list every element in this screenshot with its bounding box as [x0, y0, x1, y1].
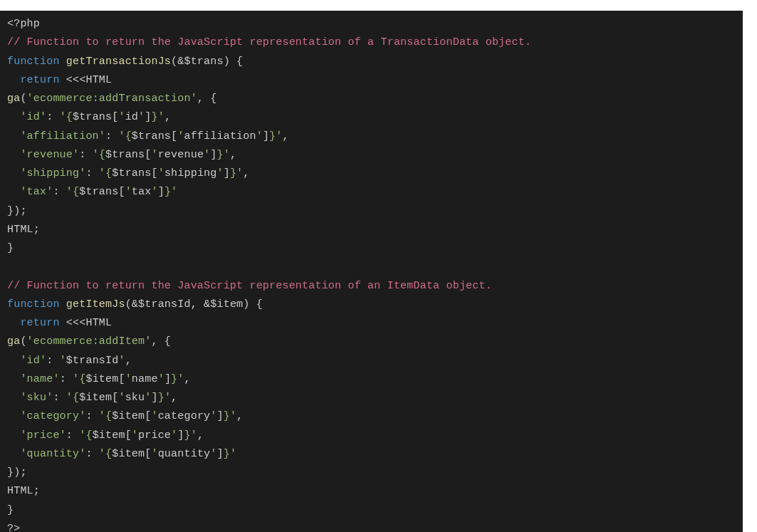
code-line: 'id': '$transId',	[7, 355, 132, 367]
code-token: '	[20, 186, 26, 198]
code-token: $trans[	[105, 149, 151, 161]
code-token: '	[99, 410, 105, 422]
code-token: '	[20, 130, 26, 142]
code-token: });	[7, 205, 27, 217]
code-token: $item[	[112, 410, 151, 422]
code-line: 'sku': '{$item['sku']}',	[7, 392, 177, 404]
code-token	[7, 167, 20, 179]
code-token: :	[79, 149, 92, 161]
code-token: ) {	[224, 56, 244, 68]
code-token: $item[	[93, 429, 132, 442]
code-token	[60, 317, 66, 329]
code-token: }	[224, 410, 230, 422]
code-token: affiliation	[184, 130, 256, 142]
code-token: '	[118, 392, 125, 404]
code-line: // Function to return the JavaScript rep…	[7, 36, 531, 48]
code-token: '	[276, 130, 282, 142]
code-token: }	[269, 130, 276, 142]
code-token	[7, 429, 20, 442]
code-token: // Function to return the JavaScript rep…	[7, 36, 531, 48]
code-token	[7, 186, 20, 198]
code-line: 'shipping': '{$trans['shipping']}',	[7, 167, 250, 179]
code-token: (	[20, 335, 26, 348]
code-token: $trans	[184, 56, 223, 68]
code-token: HTML	[85, 74, 112, 86]
code-token: function	[7, 56, 60, 68]
code-token: , {	[197, 93, 217, 105]
code-token: {	[105, 410, 112, 422]
code-token: HTML;	[7, 485, 40, 497]
code-token: '	[158, 373, 165, 385]
code-token: ,	[125, 355, 132, 367]
code-token: :	[53, 186, 66, 198]
code-line: 'revenue': '{$trans['revenue']}',	[7, 149, 236, 161]
code-token: '	[73, 373, 79, 385]
code-token: '	[20, 167, 26, 179]
code-token: // Function to return the JavaScript rep…	[7, 280, 492, 292]
code-token: '	[93, 149, 99, 161]
code-token: '	[191, 429, 197, 442]
code-token: '	[20, 149, 26, 161]
code-token: {	[85, 429, 92, 442]
code-line: ?>	[7, 523, 20, 532]
code-token	[7, 410, 20, 422]
code-token: '	[151, 410, 157, 422]
code-token: shipping	[165, 167, 217, 179]
code-token: '	[27, 335, 33, 348]
code-token: revenue	[27, 149, 73, 161]
code-token: tax	[27, 186, 47, 198]
code-token: $item[	[79, 392, 118, 404]
code-token: ,	[197, 429, 204, 442]
code-token: '	[99, 130, 105, 142]
code-token: price	[27, 429, 60, 442]
code-token	[7, 392, 20, 404]
code-token: '	[151, 186, 157, 198]
code-token: });	[7, 466, 27, 479]
code-token: '	[138, 111, 145, 123]
code-token: quantity	[158, 448, 211, 460]
code-token: '	[125, 373, 132, 385]
code-token: $item[	[112, 448, 151, 460]
code-token: $transId	[66, 355, 119, 367]
code-token: {	[66, 111, 73, 123]
code-token: ga	[7, 93, 20, 105]
code-token	[60, 56, 66, 68]
code-token: id	[27, 355, 40, 367]
code-line: HTML;	[7, 485, 40, 497]
code-block: <?php // Function to return the JavaScri…	[0, 11, 743, 532]
code-token: ,	[236, 410, 243, 422]
code-line: ga('ecommerce:addTransaction', {	[7, 93, 216, 105]
code-token: '	[20, 448, 26, 460]
code-token: '	[171, 429, 177, 442]
code-token: '	[236, 167, 243, 179]
code-token: '	[20, 429, 26, 442]
code-token: '	[20, 373, 26, 385]
code-token	[7, 149, 20, 161]
code-line: function getTransactionJs(&$trans) {	[7, 56, 243, 68]
code-token: {	[105, 167, 112, 179]
code-line: });	[7, 205, 27, 217]
code-token: name	[132, 373, 158, 385]
code-token: getTransactionJs	[66, 56, 171, 68]
code-line: 'quantity': '{$item['quantity']}'	[7, 448, 236, 460]
code-token: $trans[	[73, 111, 118, 123]
code-token: $item[	[85, 373, 125, 385]
code-token: ,	[243, 167, 249, 179]
code-token	[60, 298, 66, 311]
code-token: ,	[165, 111, 171, 123]
code-token: '	[171, 186, 177, 198]
code-token: , {	[151, 335, 171, 348]
code-line: // Function to return the JavaScript rep…	[7, 280, 492, 292]
code-token: '	[118, 111, 125, 123]
code-token: ?>	[7, 523, 20, 532]
code-token: '	[158, 167, 165, 179]
code-line: return <<<HTML	[7, 317, 112, 329]
code-token: ,	[283, 130, 289, 142]
code-token: $transId	[138, 298, 191, 311]
code-token: '	[40, 111, 46, 123]
code-token: ,	[184, 373, 190, 385]
code-token: sku	[125, 392, 145, 404]
code-line: 'category': '{$item['category']}',	[7, 410, 243, 422]
code-token: '	[210, 410, 216, 422]
code-token: name	[27, 373, 53, 385]
